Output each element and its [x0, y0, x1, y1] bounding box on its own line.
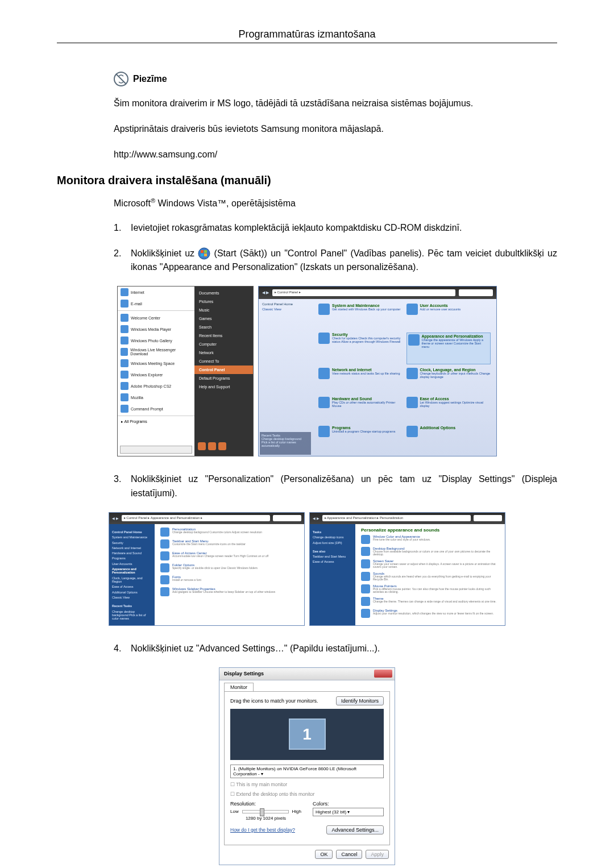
os-rest: Windows Vista™, operētājsistēma — [155, 198, 296, 208]
resolution-high: High — [292, 809, 301, 814]
close-icon[interactable] — [374, 670, 392, 678]
resolution-slider[interactable] — [242, 810, 289, 813]
drag-hint: Drag the icons to match your monitors. — [230, 698, 318, 704]
header-rule — [57, 43, 557, 43]
sm-item: Command Prompt — [131, 407, 163, 411]
recent-tasks: Recent Tasks Change desktop background P… — [260, 432, 311, 455]
display-settings-dialog: Display Settings Monitor Drag the icons … — [219, 667, 395, 865]
svg-rect-5 — [204, 254, 207, 256]
note-icon — [114, 72, 128, 86]
cancel-button[interactable]: Cancel — [336, 850, 362, 859]
note-url: http://www.samsung.com/ — [114, 148, 540, 161]
ok-button[interactable]: OK — [315, 850, 333, 859]
cp-side-item: Classic View — [262, 308, 309, 311]
resolution-low: Low — [230, 809, 239, 814]
screenshot-personalization: ◀ ▶▸ Control Panel ▸ Appearance and Pers… — [57, 512, 557, 626]
address-bar: ▸ Control Panel ▸ — [272, 289, 455, 296]
os-subline: Microsoft® Windows Vista™, operētājsistē… — [114, 197, 557, 209]
step-3-text: Noklikšķiniet uz "Personalization" (Pers… — [131, 472, 557, 501]
dialog-title: Display Settings — [224, 671, 264, 676]
checkbox-main-monitor[interactable]: ☐ This is my main monitor — [230, 782, 384, 788]
colors-label: Colors: — [313, 801, 384, 807]
sm-item: Adobe Photoshop CS2 — [131, 384, 171, 388]
note-paragraph-1: Šim monitora draiverim ir MS logo, tādēj… — [114, 97, 540, 110]
sm-item: Internet — [131, 290, 144, 294]
address-bar: ▸ Control Panel ▸ Appearance and Persona… — [122, 515, 270, 521]
sm-item: Mozilla — [131, 396, 143, 400]
step-1-number: 1. — [114, 221, 131, 235]
colors-dropdown[interactable]: Highest (32 bit) ▾ — [313, 808, 384, 816]
control-panel-window: ◀ ▶ ▸ Control Panel ▸ Control Panel Home… — [258, 286, 497, 456]
svg-rect-3 — [204, 250, 207, 253]
monitor-preview[interactable]: 1 — [230, 709, 384, 760]
checkbox-extend-desktop[interactable]: ☐ Extend the desktop onto this monitor — [230, 791, 384, 798]
step-2-text: Noklikšķiniet uz (Start (Sākt)) un "Cont… — [131, 247, 557, 275]
resolution-label: Resolution: — [230, 801, 301, 807]
personalization-headline: Personalize appearance and sounds — [361, 528, 499, 533]
appearance-window: ◀ ▶▸ Control Panel ▸ Appearance and Pers… — [109, 512, 305, 626]
apply-button[interactable]: Apply — [366, 850, 389, 859]
all-programs: ▸ All Programs — [118, 417, 194, 426]
page-section-title: Programmatūras izmantošana — [57, 28, 557, 40]
sm-right-item: Documents — [194, 289, 253, 297]
monitor-1-icon[interactable]: 1 — [289, 719, 326, 750]
shutdown-buttons — [198, 442, 253, 450]
sm-item: E-mail — [131, 302, 142, 306]
start-menu: Internet E-mail Welcome Center Windows M… — [117, 286, 254, 456]
step-2-number: 2. — [114, 247, 131, 275]
screenshot-start-control-panel: Internet E-mail Welcome Center Windows M… — [57, 286, 557, 456]
registered-mark: ® — [151, 197, 155, 204]
category-icon — [318, 304, 330, 315]
search-box — [459, 289, 493, 296]
app-icon — [121, 288, 128, 296]
back-icon: ◀ ▶ — [262, 290, 269, 295]
svg-rect-2 — [201, 250, 204, 253]
advanced-settings-button[interactable]: Advanced Settings... — [326, 825, 384, 834]
identify-monitors-button[interactable]: Identify Monitors — [336, 696, 384, 705]
step-1-text: Ievietojiet rokasgrāmatas komplektācijā … — [131, 221, 557, 235]
step-4-text: Noklikšķiniet uz "Advanced Settings…" (P… — [131, 642, 557, 656]
cp-side-head: Control Panel Home — [262, 302, 309, 306]
sm-item: Windows Explorer — [131, 373, 163, 377]
sm-item: Windows Media Player — [131, 327, 171, 331]
sm-item: Windows Live Messenger Download — [130, 348, 192, 356]
svg-rect-4 — [201, 254, 204, 256]
step-3-number: 3. — [114, 472, 131, 501]
sm-control-panel: Control Panel — [194, 366, 253, 374]
help-link[interactable]: How do I get the best display? — [230, 827, 295, 833]
tab-monitor[interactable]: Monitor — [224, 683, 254, 691]
personalization-window: ◀ ▶▸ Appearance and Personalization ▸ Pe… — [309, 512, 505, 626]
appearance-personalization-cat: Appearance and PersonalizationChange the… — [406, 333, 491, 364]
note-label: Piezīme — [133, 74, 167, 84]
heading-manual-install: Monitora draivera instalēšana (manuāli) — [57, 174, 557, 187]
sm-item: Windows Meeting Space — [131, 362, 175, 366]
start-search — [120, 446, 192, 454]
resolution-value: 1280 by 1024 pixels — [230, 816, 301, 821]
step-2-prefix: Noklikšķiniet uz — [131, 248, 198, 258]
start-icon — [198, 247, 210, 260]
note-paragraph-2: Apstiprinātais draiveris būs ievietots S… — [114, 122, 540, 135]
sm-item: Welcome Center — [131, 316, 160, 320]
step-4-number: 4. — [114, 642, 131, 656]
os-prefix: Microsoft — [114, 198, 151, 208]
monitor-dropdown[interactable]: 1. (Multiple Monitors) on NVIDIA GeForce… — [230, 765, 384, 778]
sm-item: Windows Photo Gallery — [131, 339, 172, 343]
